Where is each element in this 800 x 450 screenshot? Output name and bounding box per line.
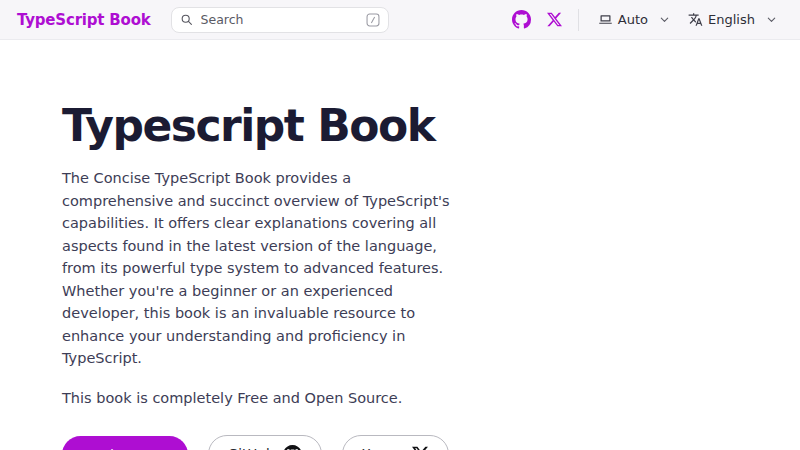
x-button-label: X.com	[362, 446, 404, 450]
navbar-divider	[578, 9, 579, 31]
github-button[interactable]: GitHub	[208, 435, 322, 450]
hero-description: The Concise TypeScript Book provides a c…	[62, 167, 462, 370]
laptop-icon	[598, 12, 613, 27]
x-icon	[412, 446, 429, 450]
language-label: English	[708, 12, 755, 27]
language-switcher[interactable]: English	[679, 12, 786, 27]
page-title: Typescript Book	[62, 102, 800, 150]
x-icon	[547, 12, 562, 27]
github-button-label: GitHub	[228, 446, 275, 450]
site-logo[interactable]: TypeScript Book	[17, 11, 151, 29]
hero-actions: Read now! → GitHub X.com	[62, 435, 800, 450]
github-icon	[512, 10, 531, 29]
appearance-label: Auto	[618, 12, 648, 27]
translate-icon	[688, 12, 703, 27]
search-icon	[180, 13, 193, 26]
appearance-switcher[interactable]: Auto	[589, 12, 679, 27]
x-link[interactable]	[539, 12, 570, 27]
github-link[interactable]	[504, 10, 539, 29]
search-box[interactable]	[171, 7, 389, 33]
chevron-down-icon	[766, 14, 777, 25]
navbar: TypeScript Book	[0, 0, 800, 40]
search-input[interactable]	[199, 11, 360, 28]
read-now-button[interactable]: Read now! →	[62, 436, 188, 450]
hero-tagline: This book is completely Free and Open So…	[62, 387, 800, 410]
navbar-right: Auto English	[504, 9, 786, 31]
hero-section: Typescript Book The Concise TypeScript B…	[0, 40, 800, 450]
slash-key-icon	[366, 13, 380, 27]
chevron-down-icon	[659, 14, 670, 25]
x-com-button[interactable]: X.com	[342, 435, 449, 450]
github-icon	[283, 445, 302, 450]
